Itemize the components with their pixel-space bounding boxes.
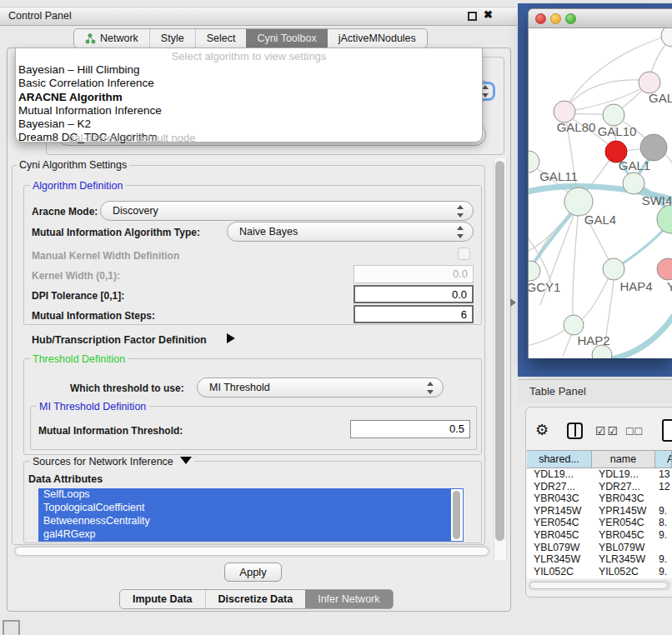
- expand-right-icon[interactable]: [227, 333, 235, 343]
- settings-vscroll-thumb[interactable]: [495, 161, 504, 541]
- tab-network[interactable]: Network: [74, 29, 149, 48]
- combo-stepper-icon: [425, 382, 435, 394]
- tab-jactive-label: jActiveMNodules: [339, 32, 416, 44]
- network-icon: [85, 33, 96, 44]
- which-threshold-value: MI Threshold: [209, 382, 270, 393]
- table-cell: 9.: [655, 505, 672, 518]
- table-cell: YDR27...: [592, 481, 655, 493]
- bottom-corner-button[interactable]: [3, 620, 20, 635]
- table-row[interactable]: YBR043CYBR043C: [527, 492, 672, 505]
- column-header-cut[interactable]: A: [655, 451, 672, 468]
- attribute-list-item[interactable]: SelfLoops: [38, 488, 464, 502]
- table-row[interactable]: YDR27...YDR27...12: [527, 481, 672, 493]
- dropdown-item[interactable]: Mutual Information Inference: [16, 104, 482, 118]
- table-cell: YBR043C: [592, 492, 655, 505]
- collapse-down-icon[interactable]: [180, 457, 192, 464]
- tab-discretize-data[interactable]: Discretize Data: [205, 590, 306, 608]
- manual-kernel-checkbox[interactable]: [458, 248, 470, 260]
- combo-stepper-icon: [455, 205, 465, 218]
- kernel-width-field[interactable]: 0.0: [354, 265, 474, 283]
- dropdown-item[interactable]: ARACNE Algorithm: [16, 91, 482, 104]
- attribute-list-item[interactable]: BetweennessCentrality: [38, 515, 464, 528]
- tab-cyni-toolbox[interactable]: Cyni Toolbox: [246, 29, 327, 48]
- table-cell: 12: [655, 481, 672, 493]
- cyni-settings-title: Cyni Algorithm Settings: [17, 159, 129, 171]
- mi-type-value: Naive Bayes: [239, 226, 298, 238]
- settings-hscroll-thumb[interactable]: [15, 547, 489, 556]
- algorithm-definition-title: Algorithm Definition: [30, 180, 125, 192]
- node-gal10[interactable]: [603, 104, 624, 126]
- table-hscroll-thumb[interactable]: [529, 582, 668, 589]
- dpi-tolerance-field[interactable]: 0.0: [354, 285, 474, 303]
- which-threshold-label: Which threshold to use:: [70, 382, 184, 394]
- tab-jactivemnodules[interactable]: jActiveMNodules: [328, 29, 427, 48]
- table-panel-title: Table Panel: [529, 385, 586, 398]
- table-cell: YLR345W: [592, 553, 655, 566]
- aracne-mode-value: Discovery: [113, 205, 158, 217]
- node-gal4[interactable]: [564, 188, 593, 216]
- mi-steps-field[interactable]: 6: [354, 305, 474, 323]
- mi-type-combobox[interactable]: Naive Bayes: [227, 222, 474, 242]
- table-cell: 9.: [655, 553, 672, 566]
- attribute-list-item[interactable]: TopologicalCoefficient: [38, 502, 464, 515]
- network-view-window[interactable]: GAL GAL80 GAL10 GAL1 GAL11 SWI4 GAL4 GCY…: [528, 8, 672, 358]
- node-unlabeled[interactable]: [661, 28, 672, 47]
- tab-impute-data[interactable]: Impute Data: [120, 590, 205, 608]
- node-hap4[interactable]: [603, 258, 624, 280]
- columns-icon[interactable]: [567, 422, 583, 439]
- close-icon[interactable]: [484, 8, 493, 21]
- svg-text:HAP4: HAP4: [619, 279, 652, 293]
- data-attributes-list[interactable]: SelfLoopsTopologicalCoefficientBetweenne…: [38, 488, 464, 542]
- node-gcy1[interactable]: [529, 261, 540, 281]
- dropdown-item[interactable]: Bayesian – K2: [16, 118, 482, 131]
- svg-text:SWI4: SWI4: [642, 193, 672, 208]
- column-header-name[interactable]: name: [592, 451, 655, 468]
- attribute-list-scrollbar[interactable]: [453, 491, 460, 539]
- table-body[interactable]: YDL19...YDL19...13YDR27...YDR27...12YBR0…: [527, 468, 672, 578]
- network-window-titlebar[interactable]: [529, 9, 672, 28]
- table-row[interactable]: YPR145WYPR145W9.: [527, 505, 672, 518]
- table-cell: YER054C: [527, 517, 592, 529]
- node-swi4[interactable]: [623, 172, 644, 194]
- table-cell: 9.: [655, 566, 672, 578]
- minimize-traffic-light-icon[interactable]: [550, 13, 561, 24]
- network-canvas[interactable]: GAL GAL80 GAL10 GAL1 GAL11 SWI4 GAL4 GCY…: [529, 28, 672, 358]
- zoom-traffic-light-icon[interactable]: [565, 13, 576, 24]
- gear-icon[interactable]: [535, 421, 549, 439]
- node-salmon[interactable]: [657, 258, 672, 280]
- tab-select[interactable]: Select: [195, 29, 247, 48]
- panel-title: Control Panel: [8, 10, 72, 22]
- table-row[interactable]: YLR345WYLR345W9.: [527, 553, 672, 566]
- table-cell: YPR145W: [527, 505, 592, 518]
- panel-splitter-icon[interactable]: [510, 298, 516, 307]
- table-row[interactable]: YBR045CYBR045C9.: [527, 529, 672, 542]
- network-node-labels: GAL GAL80 GAL10 GAL1 GAL11 SWI4 GAL4 GCY…: [529, 91, 672, 348]
- node-bright-green[interactable]: [657, 205, 672, 233]
- which-threshold-combobox[interactable]: MI Threshold: [197, 378, 444, 398]
- aracne-mode-combobox[interactable]: Discovery: [100, 201, 474, 221]
- aracne-mode-label: Aracne Mode:: [32, 206, 98, 218]
- table-header: shared... name A: [527, 450, 672, 468]
- document-icon[interactable]: [662, 419, 672, 442]
- tab-style[interactable]: Style: [149, 29, 195, 48]
- node-gray[interactable]: [640, 134, 667, 161]
- table-row[interactable]: YIL052CYIL052C9.: [527, 566, 672, 578]
- unchecked-boxes-icon[interactable]: [626, 424, 644, 438]
- table-row[interactable]: YBL079WYBL079W: [527, 542, 672, 554]
- node-hap2[interactable]: [564, 315, 584, 335]
- tab-infer-network[interactable]: Infer Network: [305, 590, 392, 608]
- table-row[interactable]: YER054CYER054C8.: [527, 517, 672, 529]
- attribute-list-item[interactable]: gal4RGexp: [38, 528, 464, 542]
- dropdown-item[interactable]: Basic Correlation Inference: [16, 77, 482, 90]
- table-cell: YDL19...: [527, 468, 592, 481]
- tab-style-label: Style: [161, 32, 184, 44]
- column-header-shared-name[interactable]: shared...: [527, 451, 592, 468]
- checked-boxes-icon[interactable]: [595, 424, 619, 438]
- close-traffic-light-icon[interactable]: [535, 13, 546, 24]
- float-window-button[interactable]: [468, 12, 477, 21]
- table-cell: YER054C: [592, 517, 655, 529]
- apply-button[interactable]: Apply: [224, 562, 282, 582]
- dropdown-item[interactable]: Bayesian – Hill Climbing: [16, 63, 482, 77]
- table-row[interactable]: YDL19...YDL19...13: [527, 468, 672, 481]
- mi-threshold-field[interactable]: 0.5: [350, 420, 470, 438]
